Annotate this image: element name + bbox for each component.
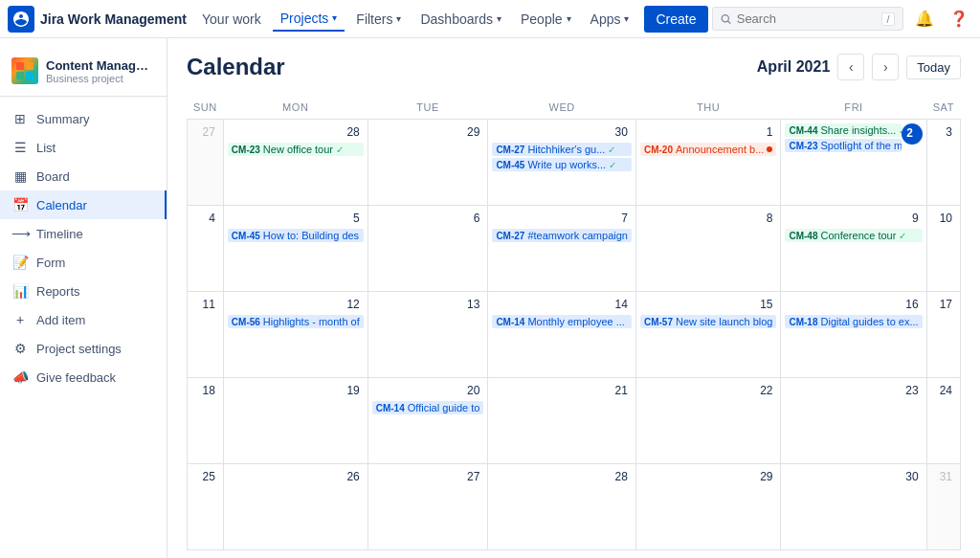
day-number-w0-d6: 3 bbox=[931, 123, 956, 143]
sidebar-item-list[interactable]: ☰ List bbox=[0, 133, 167, 162]
day-number-w2-d1: 12 bbox=[228, 296, 364, 315]
layout: Content Management Business project ⊞ Su… bbox=[0, 38, 980, 558]
calendar-cell-w4-d2[interactable]: 27 bbox=[368, 464, 488, 550]
cal-event-w2-d4-0[interactable]: CM-57 New site launch blog bbox=[640, 315, 777, 328]
day-number-w4-d3: 28 bbox=[492, 468, 632, 487]
calendar-cell-w1-d0[interactable]: 4 bbox=[188, 206, 224, 292]
cal-event-w2-d1-0[interactable]: CM-56 Highlights - month of bbox=[228, 315, 364, 328]
search-box[interactable]: / bbox=[712, 7, 903, 31]
calendar-cell-w0-d2[interactable]: 29 bbox=[368, 120, 488, 206]
people-nav[interactable]: People ▾ bbox=[513, 8, 579, 31]
calendar-cell-w4-d0[interactable]: 25 bbox=[188, 464, 224, 550]
cal-event-w0-d3-0[interactable]: CM-27 Hitchhiker's gu... ✓ bbox=[492, 143, 632, 156]
sidebar-icon-timeline: ⟶ bbox=[11, 226, 29, 241]
day-number-w3-d1: 19 bbox=[228, 382, 364, 401]
calendar-cell-w3-d5[interactable]: 23 bbox=[781, 378, 926, 464]
cal-event-w0-d5-1[interactable]: CM-23 Spotlight of the mo... bbox=[785, 139, 901, 152]
calendar-cell-w2-d3[interactable]: 14CM-14 Monthly employee ... bbox=[488, 292, 636, 378]
cal-event-w2-d3-0[interactable]: CM-14 Monthly employee ... bbox=[492, 315, 632, 328]
calendar-cell-w1-d1[interactable]: 5CM-45 How to: Building des bbox=[223, 206, 368, 292]
calendar-cell-w2-d0[interactable]: 11 bbox=[188, 292, 224, 378]
search-input[interactable] bbox=[737, 11, 877, 26]
sidebar-item-timeline[interactable]: ⟶ Timeline bbox=[0, 219, 167, 248]
prev-month-button[interactable]: ‹ bbox=[837, 54, 864, 80]
calendar-cell-w4-d4[interactable]: 29 bbox=[635, 464, 781, 550]
dashboards-nav[interactable]: Dashboards ▾ bbox=[412, 8, 509, 31]
calendar-cell-w1-d5[interactable]: 9CM-48 Conference tour ✓ bbox=[781, 206, 926, 292]
your-work-nav[interactable]: Your work bbox=[194, 8, 269, 31]
calendar-cell-w1-d2[interactable]: 6 bbox=[368, 206, 488, 292]
create-button[interactable]: Create bbox=[644, 6, 707, 33]
sidebar: Content Management Business project ⊞ Su… bbox=[0, 38, 167, 558]
cal-event-w1-d1-0[interactable]: CM-45 How to: Building des bbox=[228, 229, 364, 242]
calendar-cell-w0-d4[interactable]: 1CM-20 Announcement b... bbox=[635, 120, 781, 206]
calendar-cell-w0-d1[interactable]: 28CM-23 New office tour ✓ bbox=[223, 120, 368, 206]
calendar-cell-w3-d1[interactable]: 19 bbox=[223, 378, 368, 464]
help-icon[interactable]: ❓ bbox=[946, 6, 972, 33]
calendar-cell-w1-d6[interactable]: 10 bbox=[926, 206, 960, 292]
cal-event-w1-d3-0[interactable]: CM-27 #teamwork campaign bbox=[492, 229, 632, 242]
calendar-cell-w2-d1[interactable]: 12CM-56 Highlights - month of bbox=[223, 292, 368, 378]
calendar-cell-w4-d6[interactable]: 31 bbox=[926, 464, 960, 550]
sidebar-label-timeline: Timeline bbox=[36, 227, 83, 241]
calendar-cell-w3-d2[interactable]: 20CM-14 Official guide to bbox=[368, 378, 488, 464]
day-number-w1-d3: 7 bbox=[492, 210, 632, 229]
calendar-cell-w2-d4[interactable]: 15CM-57 New site launch blog bbox=[635, 292, 781, 378]
people-caret-icon: ▾ bbox=[567, 13, 571, 24]
calendar-cell-w3-d3[interactable]: 21 bbox=[488, 378, 636, 464]
day-number-w2-d5: 16 bbox=[785, 296, 922, 315]
calendar-cell-w2-d5[interactable]: 16CM-18 Digital guides to ex... bbox=[781, 292, 926, 378]
calendar-cell-w3-d6[interactable]: 24 bbox=[926, 378, 960, 464]
calendar-cell-w0-d6[interactable]: 3 bbox=[926, 120, 960, 206]
day-number-w3-d4: 22 bbox=[640, 382, 777, 401]
projects-nav[interactable]: Projects ▾ bbox=[273, 7, 345, 32]
sidebar-project-type: Business project bbox=[46, 73, 155, 84]
calendar-cell-w0-d0[interactable]: 27 bbox=[188, 120, 224, 206]
cal-event-w0-d3-1[interactable]: CM-45 Write up works... ✓ bbox=[492, 158, 632, 171]
sidebar-project[interactable]: Content Management Business project bbox=[0, 50, 167, 97]
sidebar-label-add-item: Add item bbox=[36, 313, 85, 327]
next-month-button[interactable]: › bbox=[872, 54, 899, 80]
calendar-cell-w1-d3[interactable]: 7CM-27 #teamwork campaign bbox=[488, 206, 636, 292]
sidebar-item-add-item[interactable]: + Add item bbox=[0, 305, 167, 334]
notifications-icon[interactable]: 🔔 bbox=[911, 6, 938, 33]
calendar-cell-w3-d4[interactable]: 22 bbox=[635, 378, 781, 464]
cal-event-w0-d5-0[interactable]: CM-44 Share insights... ✓ bbox=[785, 123, 901, 137]
apps-nav[interactable]: Apps ▾ bbox=[583, 8, 637, 31]
day-number-w1-d5: 9 bbox=[785, 210, 922, 229]
sidebar-item-summary[interactable]: ⊞ Summary bbox=[0, 104, 167, 133]
calendar-cell-w2-d2[interactable]: 13 bbox=[368, 292, 488, 378]
filters-caret-icon: ▾ bbox=[396, 13, 401, 24]
cal-event-w0-d1-0[interactable]: CM-23 New office tour ✓ bbox=[228, 143, 364, 156]
calendar-cell-w4-d3[interactable]: 28 bbox=[488, 464, 636, 550]
calendar-cell-w2-d6[interactable]: 17 bbox=[926, 292, 960, 378]
sidebar-label-board: Board bbox=[36, 169, 70, 184]
sidebar-item-project-settings[interactable]: ⚙ Project settings bbox=[0, 334, 167, 363]
today-button[interactable]: Today bbox=[906, 56, 961, 79]
calendar-cell-w4-d5[interactable]: 30 bbox=[781, 464, 926, 550]
calendar-cell-w4-d1[interactable]: 26 bbox=[223, 464, 368, 550]
cal-event-w3-d2-0[interactable]: CM-14 Official guide to bbox=[372, 401, 484, 414]
cal-event-w0-d4-0[interactable]: CM-20 Announcement b... bbox=[640, 143, 777, 156]
app-logo[interactable]: Jira Work Management bbox=[8, 6, 187, 33]
calendar-day-header-mon: MON bbox=[223, 96, 368, 120]
calendar-cell-w0-d3[interactable]: 30CM-27 Hitchhiker's gu... ✓CM-45 Write … bbox=[488, 120, 636, 206]
calendar-day-header-sun: SUN bbox=[188, 96, 224, 120]
sidebar-item-reports[interactable]: 📊 Reports bbox=[0, 277, 167, 305]
sidebar-item-calendar[interactable]: 📅 Calendar bbox=[0, 190, 167, 219]
sidebar-item-give-feedback[interactable]: 📣 Give feedback bbox=[0, 363, 167, 391]
filters-nav[interactable]: Filters ▾ bbox=[348, 8, 409, 31]
sidebar-item-board[interactable]: ▦ Board bbox=[0, 162, 167, 190]
sidebar-item-form[interactable]: 📝 Form bbox=[0, 248, 167, 277]
cal-event-w1-d5-0[interactable]: CM-48 Conference tour ✓ bbox=[785, 229, 922, 242]
project-logo-icon bbox=[16, 62, 33, 79]
main-content: Calendar April 2021 ‹ › Today SUNMONTUEW… bbox=[167, 38, 980, 558]
day-number-w1-d6: 10 bbox=[931, 210, 956, 229]
cal-event-w2-d5-0[interactable]: CM-18 Digital guides to ex... bbox=[785, 315, 922, 328]
calendar-cell-w1-d4[interactable]: 8 bbox=[635, 206, 781, 292]
calendar-cell-w0-d5[interactable]: 2CM-44 Share insights... ✓CM-23 Spotligh… bbox=[781, 120, 926, 206]
search-icon bbox=[721, 12, 731, 26]
svg-rect-5 bbox=[26, 72, 33, 79]
calendar-cell-w3-d0[interactable]: 18 bbox=[188, 378, 224, 464]
sidebar-label-summary: Summary bbox=[36, 112, 90, 126]
